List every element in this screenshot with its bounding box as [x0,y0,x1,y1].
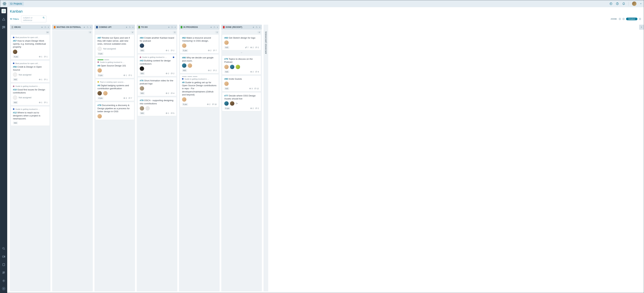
add-card-icon[interactable] [126,26,128,28]
sort-column-icon[interactable] [256,26,258,28]
kanban-card[interactable]: #83 Get Sketch design for logoN/E 7 2 2 [222,35,261,50]
bell-icon[interactable] [622,2,625,5]
add-card-icon[interactable] [210,26,212,28]
sort-column-icon[interactable] [171,26,173,28]
kanban-card[interactable]: #76 Short Animation video for the podcas… [138,78,176,96]
card-footer: N/E 7 2 2 [224,46,259,49]
chevron-down-icon[interactable] [640,3,642,5]
zoom-default-dot[interactable] [622,18,625,20]
archived-column-collapsed[interactable]: ARCHIVED (ARCHIVED) [264,25,268,292]
kanban-card[interactable]: Guide to getting involved in …#8 Open So… [96,58,134,78]
kanban-card[interactable]: #82 Make a resource around 'mentoring' i… [180,35,218,53]
card-tags: Guide to getting involved in … [140,56,174,58]
app-logo[interactable] [2,1,7,6]
filters-button[interactable]: Filters [10,18,19,20]
project-avatar[interactable] [2,9,6,13]
kanban-card[interactable]: #78 OSCA - supporting designing into con… [138,97,176,116]
search-input[interactable]: subject or reference [21,16,46,22]
assignee-row: Not assigned [13,72,48,77]
card-footer: N/E 2 2 [140,72,174,75]
sort-column-icon[interactable] [129,26,131,28]
sidebar-wiki-icon[interactable] [2,263,6,267]
assignee-row: 3+ [224,101,259,106]
column-count: 0 [88,31,92,34]
card-footer: N/E 1 1 [13,78,48,81]
sidebar-epics[interactable] [2,17,6,21]
assignee-avatar [188,64,192,68]
compass-icon[interactable] [610,2,612,5]
kanban-card[interactable]: Guide to getting involved in …#12 Where … [11,106,50,126]
column-name: WAITING ON EXTERNAL [56,26,82,28]
kanban-card[interactable]: #79 Documenting a discovery & Design pip… [96,102,134,120]
comment-count: 2 [255,107,259,109]
collapse-column-icon[interactable] [216,26,218,28]
collapse-column-icon[interactable] [90,26,92,28]
card-tags: Past or existing open source… [98,81,132,83]
card-ref: #80 [224,78,228,80]
assignee-row [98,91,132,96]
sort-column-icon[interactable] [44,26,46,28]
kanban-card[interactable]: Guide to getting involved in …#43 Buildi… [138,54,176,76]
card-tags: Guide to getting involved in … [13,108,48,110]
sidebar-search-icon[interactable] [2,246,6,250]
divider [628,2,629,6]
column-body: 4#87 Review our Epics and see if they st… [94,30,135,292]
points-badge: N/E [13,101,18,104]
svg-point-26 [12,18,12,19]
add-card-icon[interactable] [41,26,43,28]
add-card-icon[interactable] [252,26,254,28]
collapse-column-icon[interactable] [174,26,176,28]
points-badge: 4 pts [98,97,104,100]
sidebar-settings-icon[interactable] [2,279,6,283]
kanban-card[interactable]: #75 Topics to discuss on the PodcastN/E … [222,56,261,74]
collapse-chevron-icon[interactable] [222,52,261,54]
watcher-count: 3 [123,97,127,99]
card-footer: 4 pts 3 7 [98,97,132,100]
sort-column-icon[interactable] [86,26,88,28]
kanban-card[interactable]: Guide to getting involved in …#10 Good f… [11,84,50,105]
assignee-avatar [224,65,229,69]
user-avatar[interactable] [632,2,636,6]
sidebar-expand-icon[interactable]: » [2,287,6,290]
kanban-card[interactable]: #87 Review our Epics and see if they sti… [96,35,134,56]
card-title: #57 How to share Design Work openly, e.g… [13,40,48,49]
zoom-detailed-pill[interactable]: Detailed [626,18,638,20]
kanban-card[interactable]: #84 Create another Kanban board for podc… [138,35,176,53]
help-icon[interactable] [616,2,619,5]
card-title: #43 Building context for design contribu… [140,59,174,65]
sidebar-kanban[interactable] [2,25,6,29]
card-footer: 9 pts [98,52,132,55]
sidebar-team-icon[interactable] [2,271,6,275]
kanban-card[interactable]: #86 Why we decide use google and zoom.N/… [180,54,218,73]
column-header: WAITING ON EXTERNAL [52,25,93,30]
tag-text: Guide to getting involved in … [16,108,40,110]
projects-button[interactable]: Projects [8,2,24,6]
kanban-card[interactable]: #77 Decide where OSS Design Assets shoul… [222,92,261,111]
card-footer: N/E 1 5 [140,112,174,114]
zoom-compact-dot[interactable] [619,18,621,20]
svg-rect-10 [2,26,3,28]
collapse-column-icon[interactable] [132,26,134,28]
collapse-column-icon[interactable] [47,26,50,28]
svg-point-19 [4,272,5,272]
zoom-extra-dot[interactable] [639,18,641,20]
column-color-indicator [223,26,224,28]
kanban-card[interactable]: Guide to getting involved in …#9 Guide t… [180,74,218,107]
sidebar-video-icon[interactable] [2,254,6,258]
svg-marker-5 [610,3,611,4]
kanban-card[interactable]: Best practices for open coll…#57 How to … [11,35,50,59]
assignee-row [224,40,259,45]
column-count: 34 [46,31,50,34]
collapse-column-icon[interactable] [259,26,261,28]
assignee-row [140,66,174,71]
kanban-card[interactable]: Best practices for open coll…#56 Credit … [11,61,50,82]
add-card-icon[interactable] [83,26,86,28]
add-card-icon[interactable] [168,26,170,28]
kanban-card[interactable]: #80 Invite GuestsN/E 3 12 [222,76,261,91]
kanban-card[interactable]: Past or existing open source…#6 Digital … [96,79,134,101]
scroll-right-button[interactable] [639,25,644,30]
comment-count: 2 [171,72,174,74]
card-ref: #57 [13,40,17,42]
sort-column-icon[interactable] [213,26,216,28]
points-badge: N/E [224,87,229,90]
